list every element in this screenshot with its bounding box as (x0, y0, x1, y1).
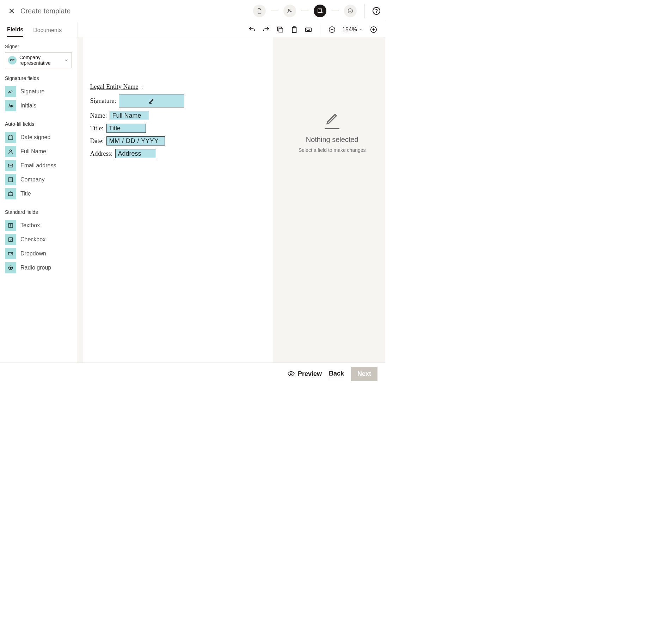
document-canvas[interactable]: Legal Entity Name: Signature: Name: Full… (77, 37, 279, 363)
svg-rect-1 (318, 9, 322, 13)
zoom-out-icon (328, 26, 336, 33)
field-full-name[interactable]: Full Name (5, 144, 73, 159)
step-signers[interactable] (283, 5, 296, 17)
next-button[interactable]: Next (351, 367, 377, 381)
tab-fields[interactable]: Fields (7, 26, 23, 37)
textbox-icon (7, 222, 14, 229)
properties-panel: Nothing selected Select a field to make … (279, 37, 385, 363)
calendar-icon (7, 134, 14, 141)
page-title: Create template (20, 7, 70, 15)
field-label: Checkbox (20, 236, 45, 243)
redo-icon (262, 26, 270, 33)
field-label: Radio group (20, 265, 51, 271)
main-area: Signer CR Company representative Signatu… (0, 37, 385, 363)
step-doc[interactable] (253, 5, 266, 17)
field-dropdown[interactable]: Dropdown (5, 247, 73, 261)
placed-name-field[interactable]: Full Name (110, 111, 149, 120)
back-button[interactable]: Back (329, 370, 344, 378)
field-textbox[interactable]: Textbox (5, 218, 73, 233)
redo-button[interactable] (262, 26, 270, 33)
toolbar: 154% (78, 22, 385, 37)
close-button[interactable] (7, 6, 16, 16)
group-standard-title: Standard fields (5, 209, 73, 215)
paste-button[interactable] (290, 26, 298, 33)
group-signature-title: Signature fields (5, 75, 73, 81)
zoom-level-dropdown[interactable]: 154% (342, 26, 363, 33)
field-label: Initials (20, 103, 36, 109)
copy-button[interactable] (276, 26, 284, 33)
placed-title-field[interactable]: Title (106, 124, 146, 133)
group-autofill-title: Auto-fill fields (5, 121, 73, 127)
svg-rect-9 (8, 136, 13, 140)
chevron-down-icon (359, 27, 363, 32)
field-date-signed[interactable]: Date signed (5, 130, 73, 144)
nothing-selected-subtitle: Select a field to make changes (299, 147, 366, 153)
dropdown-icon (7, 250, 14, 257)
field-label: Date signed (20, 134, 50, 141)
preview-button[interactable]: Preview (287, 370, 322, 378)
field-label: Full Name (20, 148, 46, 155)
field-label: Dropdown (20, 250, 46, 257)
briefcase-icon (7, 191, 14, 197)
svg-point-19 (290, 373, 292, 375)
zoom-in-icon (370, 26, 377, 33)
placed-address-field[interactable]: Address (115, 149, 156, 158)
field-email[interactable]: Email address (5, 159, 73, 173)
eye-icon (287, 370, 295, 378)
name-label: Name: (90, 112, 107, 119)
zoom-in-button[interactable] (370, 26, 377, 33)
initials-icon (7, 103, 14, 109)
sidebar: Signer CR Company representative Signatu… (0, 37, 77, 363)
svg-rect-12 (9, 178, 13, 182)
field-label: Signature (20, 88, 45, 95)
close-icon (8, 7, 15, 14)
signer-dropdown[interactable]: CR Company representative (5, 52, 72, 68)
pencil-icon (325, 111, 339, 126)
help-button[interactable]: ? (373, 7, 380, 15)
step-fields[interactable] (314, 5, 326, 17)
signer-label: Signer (5, 44, 73, 49)
keyboard-button[interactable] (305, 26, 312, 33)
svg-rect-3 (279, 28, 283, 32)
step-separator (331, 11, 339, 11)
signature-icon (7, 88, 14, 95)
signature-label: Signature: (90, 97, 116, 105)
company-icon (7, 177, 14, 183)
chevron-down-icon (64, 58, 69, 63)
field-title[interactable]: Title (5, 187, 73, 201)
document-page: Legal Entity Name: Signature: Name: Full… (83, 37, 273, 363)
title-label: Title: (90, 125, 103, 132)
keyboard-icon (305, 26, 312, 33)
step-review[interactable] (344, 5, 357, 17)
signer-avatar: CR (8, 56, 17, 64)
tab-documents[interactable]: Documents (33, 27, 62, 37)
check-circle-icon (347, 8, 354, 14)
zoom-out-button[interactable] (328, 26, 336, 33)
undo-button[interactable] (248, 26, 256, 33)
step-separator (301, 11, 309, 11)
subheader: Fields Documents 154% (0, 22, 385, 37)
radio-icon (7, 265, 14, 271)
field-signature[interactable]: Signature (5, 85, 73, 99)
field-label: Title (20, 191, 31, 197)
svg-rect-15 (9, 238, 13, 242)
email-icon (7, 162, 14, 169)
field-checkbox[interactable]: Checkbox (5, 233, 73, 247)
field-radio[interactable]: Radio group (5, 261, 73, 275)
field-label: Textbox (20, 222, 40, 229)
person-add-icon (287, 8, 293, 14)
field-label: Email address (20, 162, 56, 169)
field-company[interactable]: Company (5, 173, 73, 187)
question-icon: ? (375, 8, 378, 14)
field-initials[interactable]: Initials (5, 99, 73, 113)
placed-signature-field[interactable] (119, 94, 184, 107)
zoom-value: 154% (342, 26, 357, 33)
svg-rect-6 (306, 28, 312, 31)
field-label: Company (20, 177, 44, 183)
edit-placeholder-icon (325, 111, 339, 129)
placed-date-field[interactable]: MM / DD / YYYY (106, 136, 165, 145)
person-icon (7, 148, 14, 155)
legal-entity-label: Legal Entity Name (90, 83, 138, 91)
svg-point-0 (288, 9, 290, 11)
svg-point-18 (10, 267, 12, 269)
